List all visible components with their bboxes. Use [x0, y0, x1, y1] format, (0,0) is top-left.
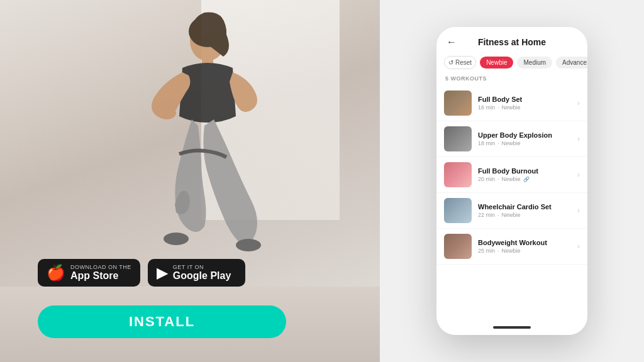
workout-info: Wheelchair Cardio Set 22 min · Newbie — [478, 203, 571, 218]
workout-thumbnail — [444, 126, 472, 151]
googleplay-sub-label: GET IT ON — [173, 264, 231, 270]
workout-info: Full Body Set 16 min · Newbie — [478, 96, 571, 111]
workout-info: Full Body Burnout 20 min · Newbie 🔗 — [478, 167, 571, 182]
workout-name: Upper Body Explosion — [478, 131, 571, 139]
workout-meta: 25 min · Newbie — [478, 248, 571, 254]
chevron-right-icon: › — [577, 99, 580, 107]
chevron-right-icon: › — [577, 206, 580, 215]
workout-meta: 22 min · Newbie — [478, 212, 571, 218]
workout-info: Bodyweight Workout 25 min · Newbie — [478, 239, 571, 254]
googleplay-text: GET IT ON Google Play — [173, 264, 231, 282]
back-button[interactable]: ← — [447, 36, 457, 48]
workout-level: Newbie — [502, 248, 521, 254]
filter-bar: ↺ Reset Newbie Medium Advance — [436, 52, 587, 73]
workout-item[interactable]: Wheelchair Cardio Set 22 min · Newbie › — [436, 193, 587, 229]
workout-name: Full Body Burnout — [478, 167, 571, 175]
reset-filter-button[interactable]: ↺ Reset — [444, 56, 476, 69]
workout-duration: 18 min — [478, 140, 495, 146]
workout-dot: · — [497, 248, 499, 254]
phone-screen: ← Fitness at Home ↺ Reset Newbie Medium … — [436, 27, 587, 335]
googleplay-main-label: Google Play — [173, 270, 231, 282]
appstore-text: Download on the App Store — [70, 264, 131, 282]
phone-mockup: ← Fitness at Home ↺ Reset Newbie Medium … — [436, 27, 587, 335]
workout-dot: · — [497, 176, 499, 182]
workout-thumbnail — [444, 234, 472, 259]
workout-thumbnail — [444, 162, 472, 187]
filter-medium-label: Medium — [523, 59, 546, 66]
chevron-right-icon: › — [577, 242, 580, 251]
workout-item[interactable]: Bodyweight Workout 25 min · Newbie › — [436, 229, 587, 265]
filter-tab-newbie[interactable]: Newbie — [480, 57, 513, 69]
filter-tab-advance[interactable]: Advance — [556, 57, 587, 69]
store-buttons-container: 🍎 Download on the App Store ▶ GET IT ON … — [38, 259, 245, 287]
svg-point-4 — [164, 233, 189, 245]
workout-item[interactable]: Full Body Burnout 20 min · Newbie 🔗 › — [436, 157, 587, 193]
phone-home-indicator — [493, 326, 531, 329]
reset-icon: ↺ — [448, 59, 453, 66]
app-screen-title: Fitness at Home — [478, 37, 546, 47]
chevron-right-icon: › — [577, 134, 580, 143]
reset-label: Reset — [455, 59, 472, 66]
install-button-label: INSTALL — [129, 314, 195, 330]
install-button[interactable]: INSTALL — [38, 305, 286, 338]
workout-level: Newbie — [502, 140, 521, 146]
svg-point-3 — [157, 107, 176, 119]
right-section: ← Fitness at Home ↺ Reset Newbie Medium … — [380, 0, 644, 362]
workout-duration: 16 min — [478, 104, 495, 111]
workout-duration: 25 min — [478, 248, 495, 254]
workout-name: Full Body Set — [478, 96, 571, 103]
workout-thumbnail — [444, 198, 472, 223]
filter-tab-medium[interactable]: Medium — [517, 57, 552, 69]
workout-info: Upper Body Explosion 18 min · Newbie — [478, 131, 571, 146]
workout-meta: 18 min · Newbie — [478, 140, 571, 146]
appstore-main-label: App Store — [70, 270, 131, 282]
workout-thumbnail — [444, 90, 472, 116]
workout-meta: 20 min · Newbie 🔗 — [478, 176, 571, 182]
workout-name: Wheelchair Cardio Set — [478, 203, 571, 211]
workout-level: Newbie — [502, 176, 521, 182]
workout-level: Newbie — [502, 212, 521, 218]
svg-point-5 — [236, 239, 261, 251]
google-play-icon: ▶ — [157, 264, 168, 282]
workout-dot: · — [497, 140, 499, 146]
workout-duration: 20 min — [478, 176, 495, 182]
app-header: ← Fitness at Home — [436, 27, 587, 52]
workout-list: Full Body Set 16 min · Newbie › Upper Bo… — [436, 85, 587, 265]
workout-item[interactable]: Upper Body Explosion 18 min · Newbie › — [436, 121, 587, 157]
filter-newbie-label: Newbie — [486, 59, 507, 66]
workout-dot: · — [497, 212, 499, 218]
workout-item[interactable]: Full Body Set 16 min · Newbie › — [436, 85, 587, 121]
filter-advance-label: Advance — [562, 59, 587, 66]
chevron-right-icon: › — [577, 170, 580, 179]
workout-level: Newbie — [502, 104, 521, 111]
appstore-sub-label: Download on the — [70, 264, 131, 270]
workout-dot: · — [497, 104, 499, 111]
workout-meta: 16 min · Newbie — [478, 104, 571, 111]
workout-name: Bodyweight Workout — [478, 239, 571, 246]
workout-count-label: 5 WORKOUTS — [436, 73, 587, 85]
workout-duration: 22 min — [478, 212, 495, 218]
appstore-button[interactable]: 🍎 Download on the App Store — [38, 259, 140, 287]
link-icon: 🔗 — [523, 177, 530, 182]
apple-icon: 🍎 — [47, 264, 65, 282]
googleplay-button[interactable]: ▶ GET IT ON Google Play — [148, 259, 245, 287]
